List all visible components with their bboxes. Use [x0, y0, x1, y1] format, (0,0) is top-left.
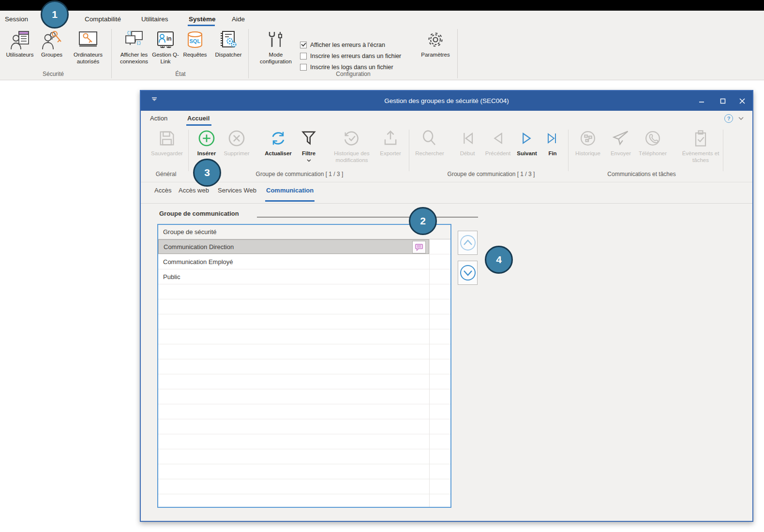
ribbon-button-afficher-connexions[interactable]: Afficher les connexions	[115, 28, 153, 65]
checkbox-box[interactable]	[300, 53, 307, 59]
subtab-acces-web[interactable]: Accès web	[179, 187, 209, 194]
ribbon-button-label: Groupes	[37, 51, 66, 58]
toolbar-button-rechercher[interactable]: Rechercher	[410, 129, 449, 157]
comment-button[interactable]	[412, 241, 426, 253]
ribbon-tab-aide[interactable]: Aide	[232, 15, 245, 23]
table-row-empty[interactable]	[158, 314, 450, 329]
checkbox-inscrire-logs[interactable]: Inscrire les logs dans un fichier	[300, 64, 393, 71]
close-button[interactable]	[734, 91, 750, 111]
table-row-empty[interactable]	[158, 389, 450, 404]
toolbar-button-debut[interactable]: Début	[456, 129, 479, 157]
minimize-button[interactable]	[693, 91, 710, 111]
ribbon-button-mode-configuration[interactable]: Mode configuration	[254, 28, 298, 65]
checkbox-box[interactable]	[300, 64, 307, 71]
checkbox-label: Afficher les erreurs à l'écran	[310, 42, 385, 48]
table-row-empty[interactable]	[158, 284, 450, 299]
table-row-empty[interactable]	[158, 449, 450, 464]
toolbar-button-envoyer[interactable]: Envoyer	[606, 129, 636, 157]
table-row-empty[interactable]	[158, 464, 450, 479]
toolbar-button-historique[interactable]: Historique	[569, 129, 606, 157]
table-row-communication-employe[interactable]: Communication Employé	[158, 254, 450, 269]
ribbon-button-ordinateurs-autorises[interactable]: Ordinateurs autorisés	[68, 28, 108, 65]
checkbox-afficher-erreurs[interactable]: Afficher les erreurs à l'écran	[300, 42, 385, 48]
computer-key-icon	[68, 28, 108, 50]
ribbon-button-label: Paramètres	[416, 51, 455, 58]
chevron-up-circle-icon	[459, 234, 477, 251]
ribbon-button-gestion-qlink[interactable]: in Gestion Q-Link	[150, 28, 181, 65]
ribbon-tab-session[interactable]: Session	[5, 15, 28, 23]
toolbar-button-label: Envoyer	[606, 150, 636, 157]
maximize-button[interactable]	[715, 91, 731, 111]
ribbon-button-groupes[interactable]: Groupes	[37, 28, 66, 58]
checkbox-label: Inscrire les erreurs dans un fichier	[310, 53, 401, 59]
ribbon-button-label: Requêtes	[179, 51, 211, 58]
table-row-empty[interactable]	[158, 329, 450, 344]
toolbar-bottom-divider	[141, 182, 752, 182]
table-row-empty[interactable]	[158, 299, 450, 314]
ribbon-button-dispatcher[interactable]: Dispatcher	[210, 28, 246, 58]
group-key-icon	[37, 28, 66, 50]
chevron-down-icon[interactable]	[738, 117, 744, 120]
subtab-services-web[interactable]: Services Web	[218, 187, 256, 194]
ribbon-button-label: Gestion Q-Link	[150, 51, 181, 65]
dialog-title-bar[interactable]: Gestion des groupes de sécurité (SEC004)	[141, 91, 752, 111]
delete-cross-icon	[219, 129, 255, 150]
toolbar-button-inserer[interactable]: Insérer	[193, 129, 220, 157]
ribbon-group-label-etat: État	[156, 71, 205, 77]
table-row-empty[interactable]	[158, 374, 450, 389]
toolbar-button-telephoner[interactable]: Téléphoner	[633, 129, 672, 157]
toolbar-button-suivant[interactable]: Suivant	[514, 129, 540, 157]
toolbar-button-evenements-taches[interactable]: Évènements et tâches	[679, 129, 722, 164]
toolbar-button-label: Début	[456, 150, 479, 157]
move-up-button[interactable]	[458, 231, 478, 255]
main-ribbon: Session Comptabilité Utilitaires Système…	[0, 11, 764, 80]
toolbar-button-historique-modifications[interactable]: Historique des modifications	[325, 129, 378, 164]
toolbar-button-actualiser[interactable]: Actualiser	[259, 129, 297, 157]
toolbar-button-sauvegarder[interactable]: Sauvegarder	[147, 129, 187, 157]
groupes-securite-table: Groupe de sécurité Communication Directi…	[157, 224, 451, 508]
subtab-communication[interactable]: Communication	[266, 187, 314, 194]
ribbon-tab-systeme[interactable]: Système	[189, 15, 216, 23]
table-row-empty[interactable]	[158, 404, 450, 419]
ribbon-tab-utilitaires[interactable]: Utilitaires	[141, 15, 168, 23]
toolbar-button-fin[interactable]: Fin	[544, 129, 561, 157]
table-header-groupe-securite[interactable]: Groupe de sécurité	[158, 225, 450, 239]
filter-dropdown-chevron-icon[interactable]	[307, 159, 311, 162]
phone-icon	[633, 129, 672, 150]
send-icon	[606, 129, 636, 150]
subtab-active-underline	[265, 200, 315, 202]
move-down-button[interactable]	[458, 261, 478, 285]
ribbon-button-utilisateurs[interactable]: Utilisateurs	[1, 28, 38, 58]
history-icon	[569, 129, 606, 150]
table-row-public[interactable]: Public	[158, 269, 450, 284]
toolbar-button-precedent[interactable]: Précédent	[482, 129, 514, 157]
ribbon-button-label: Ordinateurs autorisés	[68, 51, 108, 65]
toolbar-button-exporter[interactable]: Exporter	[375, 129, 405, 157]
table-row-empty[interactable]	[158, 494, 450, 508]
toolbar-button-label: Fin	[544, 150, 561, 157]
ribbon-button-requetes[interactable]: SQL Requêtes	[179, 28, 211, 58]
table-row-empty[interactable]	[158, 419, 450, 434]
ribbon-tab-comptabilite[interactable]: Comptabilité	[85, 15, 121, 23]
checkbox-box[interactable]	[300, 42, 307, 48]
subtab-acces[interactable]: Accès	[154, 187, 171, 194]
callout-badge-3: 3	[193, 159, 221, 187]
callout-badge-2: 2	[409, 207, 437, 235]
toolbar-button-supprimer[interactable]: Supprimer	[219, 129, 255, 157]
table-row-empty[interactable]	[158, 434, 450, 449]
help-icon[interactable]: ?	[724, 114, 733, 123]
checkbox-inscrire-erreurs[interactable]: Inscrire les erreurs dans un fichier	[300, 53, 401, 59]
gear-icon	[416, 28, 455, 50]
table-row-empty[interactable]	[158, 479, 450, 494]
dialog-tab-accueil[interactable]: Accueil	[187, 115, 210, 122]
toolbar-button-label: Supprimer	[219, 150, 255, 157]
dialog-tab-action[interactable]: Action	[150, 115, 167, 122]
toolbar-button-filtre[interactable]: Filtre	[297, 129, 321, 164]
ribbon-button-parametres[interactable]: Paramètres	[416, 28, 455, 58]
table-row-communication-direction[interactable]: Communication Direction	[158, 239, 450, 254]
table-row-empty[interactable]	[158, 359, 450, 374]
ribbon-group-separator	[111, 29, 112, 78]
callout-badge-1: 1	[41, 0, 69, 29]
table-row-empty[interactable]	[158, 344, 450, 359]
toolbar-group-label-communications-taches: Communications et tâches	[593, 171, 690, 179]
